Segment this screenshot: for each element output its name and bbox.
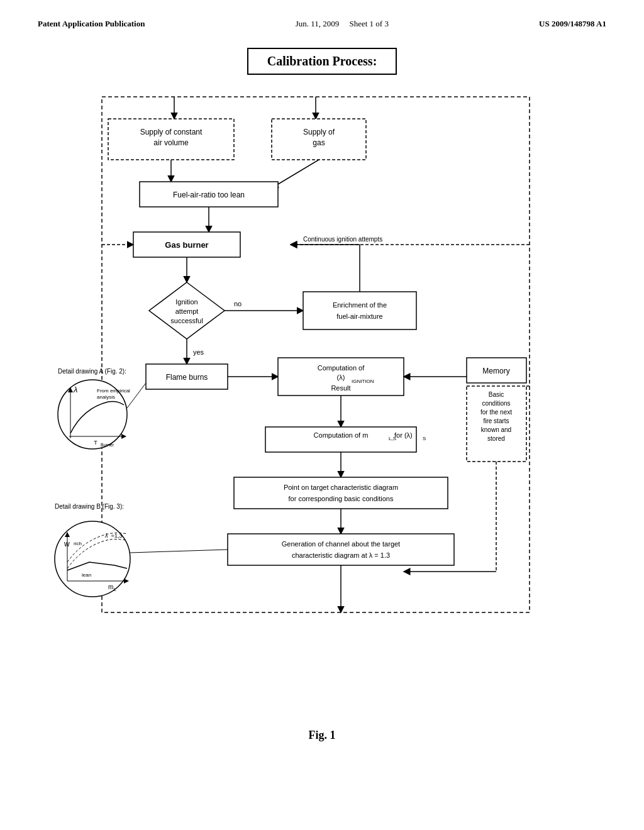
publication-label: Patent Application Publication — [38, 19, 145, 28]
ignition-text3: successful — [170, 317, 203, 324]
comp-mls-sub2: S — [423, 436, 426, 441]
supply-gas-text2: gas — [313, 138, 325, 147]
basic-cond-text6: stored — [487, 435, 505, 442]
header-left: Patent Application Publication — [38, 19, 145, 29]
basic-cond-text4: fire starts — [483, 418, 509, 424]
fuel-air-ratio-text: Fuel-air-ratio too lean — [173, 191, 245, 199]
lambda-approx-label: ≈1,3 — [111, 533, 122, 539]
point-target-text2: for corresponding basic conditions — [289, 495, 394, 502]
supply-air-text2: air volume — [153, 138, 189, 147]
m-l-label: m — [108, 584, 113, 590]
lean-label: lean — [82, 572, 91, 578]
basic-cond-text5: known and — [481, 426, 511, 433]
header-center: Jun. 11, 2009 Sheet 1 of 3 — [296, 19, 389, 29]
header-date: Jun. 11, 2009 — [296, 19, 340, 28]
lambda-label-b: λ — [104, 533, 108, 539]
header: Patent Application Publication Jun. 11, … — [38, 19, 606, 29]
lambda-axis-label: λ — [73, 385, 77, 394]
svg-line-8 — [272, 160, 319, 188]
from-empirical-text2: analysis — [97, 394, 115, 400]
comp-lambda-text2: (λ) — [337, 374, 345, 381]
rich-label: rich — [74, 541, 82, 546]
comp-lambda-result: Result — [331, 384, 350, 392]
ignition-text2: attempt — [175, 307, 199, 315]
basic-cond-text1: Basic — [489, 391, 504, 398]
comp-lambda-text1: Computation of — [318, 364, 365, 372]
no-label: no — [234, 300, 242, 307]
enrichment-text2: fuel-air-mixture — [336, 313, 382, 320]
comp-lambda-sub: IGNITION — [352, 379, 374, 384]
gas-burner-text: Gas burner — [165, 240, 208, 250]
flowchart-svg: Supply of constant air volume Supply of … — [38, 94, 606, 722]
svg-rect-34 — [228, 534, 454, 565]
supply-air-text1: Supply of constant — [140, 128, 203, 136]
comp-mls-text1: Computation of m — [314, 431, 369, 439]
detail-b-label: Detail drawing B (Fig. 3): — [55, 503, 124, 510]
detail-a-label: Detail drawing A (Fig. 2): — [58, 368, 126, 375]
enrichment-text1: Enrichment of the — [333, 301, 387, 309]
ignition-text1: Ignition — [175, 298, 197, 306]
header-sheet: Sheet 1 of 3 — [349, 19, 388, 28]
flowchart-area: Supply of constant air volume Supply of … — [38, 94, 606, 722]
t-burner-label: T — [94, 440, 97, 446]
gen-channel-text1: Generation of channel about the target — [282, 540, 400, 548]
title-box-container: Calibration Process: — [38, 48, 606, 75]
yes-label: yes — [193, 348, 204, 356]
t-burner-sub: Burner — [101, 443, 114, 447]
svg-rect-32 — [234, 477, 448, 509]
m-l-sub: L — [114, 587, 116, 592]
header-patent: US 2009/148798 A1 — [539, 19, 606, 28]
basic-cond-text3: for the next — [480, 409, 512, 416]
w-label: w — [64, 540, 70, 548]
supply-gas-text1: Supply of — [303, 128, 335, 136]
from-empirical-text1: From empirical — [97, 388, 130, 394]
calibration-title: Calibration Process: — [247, 48, 397, 75]
basic-cond-text2: conditions — [482, 400, 510, 407]
memory-text: Memory — [482, 367, 509, 375]
comp-mls-text2: for (λ) — [394, 431, 413, 439]
header-right: US 2009/148798 A1 — [539, 19, 606, 29]
arrow-b-to-gen — [130, 550, 228, 553]
continuous-ignition-label: Continuous ignition attempts — [303, 236, 382, 243]
gen-channel-text2: characteristic diagram at λ = 1.3 — [292, 551, 390, 559]
flame-burns-text: Flame burns — [166, 373, 208, 382]
page: Patent Application Publication Jun. 11, … — [0, 0, 644, 830]
arrow-a-to-flame — [127, 383, 146, 408]
point-target-text1: Point on target characteristic diagram — [284, 484, 398, 491]
svg-rect-16 — [303, 292, 416, 329]
fig-label: Fig. 1 — [38, 729, 606, 742]
